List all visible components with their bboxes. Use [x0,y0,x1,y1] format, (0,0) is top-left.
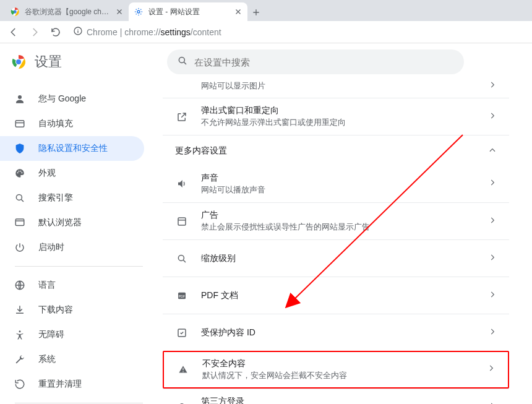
sidebar-label: 重置并清理 [38,379,82,390]
restore-icon [14,378,26,390]
svg-point-18 [19,330,21,332]
accessibility-icon [14,329,26,341]
sidebar-label: 外观 [38,168,56,179]
chevron-right-icon [488,327,497,338]
search-icon [177,55,188,69]
sidebar-item-you-and-google[interactable]: 您与 Google [0,87,144,111]
sidebar-label: 搜索引擎 [38,192,73,204]
row-desc: 禁止会展示侵扰性或误导性广告的网站显示广告 [201,222,476,233]
svg-point-7 [16,59,21,64]
reload-button[interactable] [47,24,64,41]
svg-point-22 [178,255,184,260]
row-federated-identity[interactable]: 第三方登录 网站可以显示来自身份服务的登录提示 [163,389,509,404]
row-sound[interactable]: 声音 网站可以播放声音 [163,165,509,202]
row-title: 不安全内容 [202,358,474,369]
download-icon [14,304,26,316]
chevron-right-icon [488,253,497,264]
new-tab-button[interactable] [247,4,265,21]
section-title: 更多内容设置 [175,145,227,157]
row-pdf[interactable]: PDF PDF 文档 [163,277,509,314]
row-title: 广告 [201,210,476,221]
shield-icon [14,142,26,155]
row-insecure-content[interactable]: 不安全内容 默认情况下，安全网站会拦截不安全内容 [163,351,509,389]
wrench-icon [14,353,26,366]
sidebar-item-default-browser[interactable]: 默认浏览器 [0,210,144,235]
svg-point-9 [18,95,22,99]
sidebar-label: 默认浏览器 [38,217,82,228]
sidebar-item-appearance[interactable]: 外观 [0,161,144,186]
row-desc: 网站可以显示图片 [201,81,476,92]
sidebar-item-on-startup[interactable]: 启动时 [0,235,144,260]
row-protected-content[interactable]: 受保护内容 ID [163,314,509,351]
forward-button[interactable] [26,24,43,41]
back-button[interactable] [5,24,22,41]
sidebar-label: 系统 [38,354,56,365]
row-title: 第三方登录 [201,396,476,404]
sound-icon [175,178,189,189]
row-images[interactable]: 网站可以显示图片 [163,80,509,98]
chrome-favicon [10,7,20,17]
sidebar-separator [15,266,143,267]
open-in-new-icon [175,111,189,122]
page-title: 设置 [35,53,62,71]
svg-point-4 [77,28,78,29]
settings-search[interactable] [167,49,464,74]
person-icon [14,93,26,105]
protected-icon [175,327,189,338]
sidebar-item-search-engine[interactable]: 搜索引擎 [0,186,144,210]
omnibox[interactable]: Chrome | chrome://settings/content [68,26,527,38]
warning-icon [176,364,190,375]
sidebar-item-privacy[interactable]: 隐私设置和安全性 [0,136,144,161]
svg-point-8 [179,57,184,62]
sidebar-label: 自动填充 [38,118,73,129]
info-icon [73,26,83,38]
identity-icon [175,402,189,404]
svg-point-12 [19,171,20,172]
sidebar-item-accessibility[interactable]: 无障碍 [0,322,144,347]
close-icon[interactable] [115,7,124,16]
chevron-up-icon [488,146,497,157]
sidebar: 您与 Google 自动填充 隐私设置和安全性 外观 搜索引擎 默认浏览器 启动… [0,43,158,404]
sidebar-label: 启动时 [38,242,64,253]
svg-point-2 [137,11,140,13]
ads-icon [175,216,189,227]
tab-inactive[interactable]: 谷歌浏览器【google chrome】 [5,2,129,21]
row-title: 弹出式窗口和重定向 [201,105,476,116]
sidebar-label: 语言 [38,280,56,291]
main-content: 网站可以显示图片 弹出式窗口和重定向 不允许网站显示弹出式窗口或使用重定向 更多… [158,43,532,404]
pdf-icon: PDF [175,290,189,301]
sidebar-label: 下载内容 [38,304,73,316]
more-content-section[interactable]: 更多内容设置 [163,135,509,165]
row-zoom[interactable]: 缩放级别 [163,239,509,277]
globe-icon [14,279,26,291]
chevron-right-icon [488,111,497,122]
gear-icon [134,7,144,17]
chevron-right-icon [488,80,497,92]
sidebar-item-languages[interactable]: 语言 [0,273,144,298]
sidebar-label: 无障碍 [38,329,64,340]
power-icon [14,241,26,254]
sidebar-item-reset[interactable]: 重置并清理 [0,372,144,397]
sidebar-item-system[interactable]: 系统 [0,347,144,372]
row-ads[interactable]: 广告 禁止会展示侵扰性或误导性广告的网站显示广告 [163,202,509,239]
search-icon [175,253,189,264]
row-title: 声音 [201,173,476,184]
tab-active[interactable]: 设置 - 网站设置 [129,2,247,21]
sidebar-item-autofill[interactable]: 自动填充 [0,111,144,136]
omnibox-text: Chrome | chrome://settings/content [87,27,221,37]
svg-point-13 [20,171,22,172]
sidebar-label: 您与 Google [38,93,86,105]
sidebar-separator [15,403,143,403]
row-desc: 默认情况下，安全网站会拦截不安全内容 [202,371,474,381]
close-icon[interactable] [234,7,242,16]
svg-rect-10 [15,121,24,127]
sidebar-item-downloads[interactable]: 下载内容 [0,298,144,322]
row-title: 缩放级别 [201,253,476,264]
search-input[interactable] [194,57,454,67]
row-popups[interactable]: 弹出式窗口和重定向 不允许网站显示弹出式窗口或使用重定向 [163,98,509,135]
row-title: PDF 文档 [201,290,476,301]
chevron-right-icon [488,178,497,189]
svg-rect-21 [178,218,186,225]
tab-title: 谷歌浏览器【google chrome】 [25,7,111,17]
palette-icon [14,167,26,179]
